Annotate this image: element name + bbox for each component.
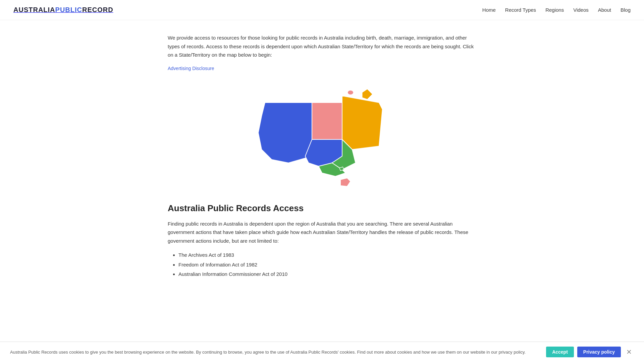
main-nav: Home Record Types Regions Videos About B…	[482, 7, 631, 13]
nav-about[interactable]: About	[598, 7, 611, 13]
intro-paragraph: We provide access to resources for those…	[168, 34, 476, 59]
advertising-disclosure-link[interactable]: Advertising Disclosure	[168, 66, 214, 71]
nav-videos[interactable]: Videos	[573, 7, 589, 13]
site-logo[interactable]: AUSTRALIAPUBLICRECORD	[13, 6, 113, 14]
australia-map-container	[168, 82, 476, 190]
nav-home[interactable]: Home	[482, 7, 496, 13]
tas-region[interactable]	[340, 178, 351, 186]
list-item-1: The Archives Act of 1983	[178, 250, 476, 260]
section-title: Australia Public Records Access	[168, 203, 476, 214]
qld-region[interactable]	[342, 96, 382, 149]
logo-part2: PUBLIC	[55, 6, 82, 13]
legislation-list: The Archives Act of 1983 Freedom of Info…	[168, 250, 476, 279]
nt-region[interactable]	[312, 103, 342, 139]
wa-region[interactable]	[258, 103, 312, 163]
act-region[interactable]	[339, 167, 344, 171]
nav-record-types[interactable]: Record Types	[505, 7, 536, 13]
nav-regions[interactable]: Regions	[545, 7, 564, 13]
darwin-island	[348, 90, 353, 95]
list-item-2: Freedom of Information Act of 1982	[178, 260, 476, 270]
logo-part1: AUSTRALIA	[13, 6, 55, 13]
logo-part3: RECORD	[82, 6, 113, 13]
nav-blog[interactable]: Blog	[621, 7, 631, 13]
australia-map-svg[interactable]	[252, 82, 392, 190]
main-content: We provide access to resources for those…	[161, 20, 483, 299]
site-header: AUSTRALIAPUBLICRECORD Home Record Types …	[0, 0, 644, 20]
body-paragraph: Finding public records in Australia is d…	[168, 220, 476, 245]
list-item-3: Australian Information Commissioner Act …	[178, 269, 476, 279]
